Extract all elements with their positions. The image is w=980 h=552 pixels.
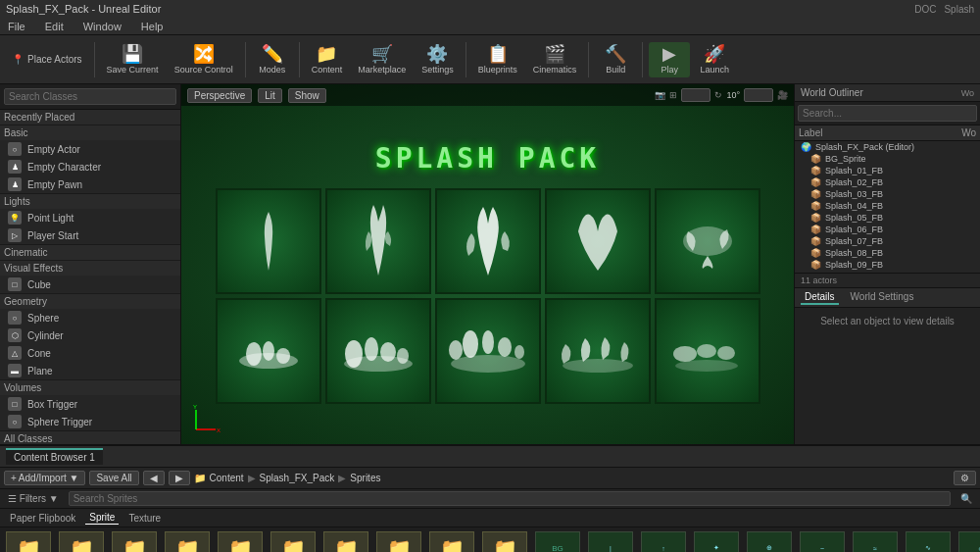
details-tab[interactable]: Details bbox=[801, 290, 839, 305]
folder-item-7[interactable]: 📁 bbox=[323, 531, 368, 552]
source-control-btn[interactable]: 🔀 Source Control bbox=[169, 42, 239, 77]
folder-item-5[interactable]: 📁 bbox=[218, 531, 263, 552]
svg-point-19 bbox=[697, 344, 716, 358]
asset-splash08[interactable]: ∞ Splash_08 bbox=[958, 531, 980, 552]
perspective-btn[interactable]: Perspective bbox=[187, 88, 252, 103]
asset-bg[interactable]: BG BG bbox=[535, 531, 580, 552]
world-settings-tab[interactable]: World Settings bbox=[847, 290, 918, 305]
blueprints-btn[interactable]: 📋 Blueprints bbox=[472, 42, 523, 77]
folder-item-1[interactable]: 📁 bbox=[6, 531, 51, 552]
breadcrumb-sep-1: ▶ bbox=[248, 473, 256, 483]
outliner-item-splash04[interactable]: 📦 Splash_04_FB bbox=[795, 200, 980, 212]
folder-item-9[interactable]: 📁 bbox=[429, 531, 474, 552]
actor-empty-character[interactable]: ♟ Empty Character bbox=[0, 158, 180, 176]
actor-cube[interactable]: □ Cube bbox=[0, 276, 180, 293]
lit-btn[interactable]: Lit bbox=[258, 88, 282, 103]
menu-file[interactable]: File bbox=[4, 20, 29, 33]
back-btn[interactable]: ◀ bbox=[143, 471, 165, 485]
content-browser-tab[interactable]: Content Browser 1 bbox=[6, 448, 103, 465]
outliner-item-splash08[interactable]: 📦 Splash_08_FB bbox=[795, 247, 980, 259]
asset-splash01-thumb: | bbox=[588, 531, 633, 552]
actor-cylinder[interactable]: ⬡ Cylinder bbox=[0, 326, 180, 344]
folder-item-4[interactable]: 📁 bbox=[165, 531, 210, 552]
launch-btn[interactable]: 🚀 Launch bbox=[694, 42, 735, 77]
filters-btn[interactable]: ☰ Filters ▼ bbox=[4, 492, 63, 505]
category-all-classes[interactable]: All Classes bbox=[0, 430, 180, 444]
search-btn[interactable]: 🔍 bbox=[956, 492, 976, 505]
folder-thumb-4: 📁 bbox=[165, 531, 210, 552]
marketplace-btn[interactable]: 🛒 Marketplace bbox=[352, 42, 412, 77]
asset-splash07[interactable]: ∿ Splash_07 bbox=[906, 531, 951, 552]
outliner-item-splash02[interactable]: 📦 Splash_02_FB bbox=[795, 176, 980, 188]
type-filter-sprite[interactable]: Sprite bbox=[85, 511, 119, 525]
category-visual-effects[interactable]: Visual Effects bbox=[0, 260, 180, 276]
actor-sphere-trigger[interactable]: ○ Sphere Trigger bbox=[0, 413, 180, 430]
type-filter-flipbook[interactable]: Paper Flipbook bbox=[6, 512, 79, 525]
show-btn[interactable]: Show bbox=[288, 88, 326, 103]
save-current-btn[interactable]: 💾 Save Current bbox=[101, 42, 165, 77]
actor-empty-actor[interactable]: ○ Empty Actor bbox=[0, 140, 180, 158]
folder-item-6[interactable]: 📁 bbox=[270, 531, 316, 552]
actor-box-trigger[interactable]: □ Box Trigger bbox=[0, 395, 180, 413]
scale-value-input[interactable]: 0.25 bbox=[744, 88, 773, 102]
settings-btn[interactable]: ⚙️ Settings bbox=[416, 42, 460, 77]
category-cinematic[interactable]: Cinematic bbox=[0, 244, 180, 260]
asset-splash06[interactable]: ≈ Splash_06 bbox=[853, 531, 898, 552]
folder-item-10[interactable]: 📁 bbox=[482, 531, 527, 552]
grid-value-input[interactable]: 10 bbox=[681, 88, 710, 102]
outliner-item-level[interactable]: 🌍 Splash_FX_Pack (Editor) bbox=[795, 141, 980, 153]
actor-player-start[interactable]: ▷ Player Start bbox=[0, 226, 180, 244]
asset-splash05[interactable]: ~ Splash_05 bbox=[800, 531, 845, 552]
actor-empty-pawn[interactable]: ♟ Empty Pawn bbox=[0, 176, 180, 193]
type-filter-texture[interactable]: Texture bbox=[124, 512, 165, 525]
play-btn[interactable]: ▶ Play bbox=[649, 42, 690, 77]
outliner-item-splash07[interactable]: 📦 Splash_07_FB bbox=[795, 235, 980, 247]
outliner-search-input[interactable] bbox=[798, 105, 977, 122]
add-import-btn[interactable]: + Add/Import ▼ bbox=[4, 471, 85, 485]
search-classes-input[interactable] bbox=[4, 88, 176, 105]
asset-splash04[interactable]: ⊕ Splash_04 bbox=[747, 531, 792, 552]
asset-splash06-thumb: ≈ bbox=[853, 531, 898, 552]
settings-icon: ⚙️ bbox=[426, 45, 448, 63]
outliner-item-splash09[interactable]: 📦 Splash_09_FB bbox=[795, 259, 980, 271]
actor-sphere[interactable]: ○ Sphere bbox=[0, 309, 180, 326]
outliner-item-bg-sprite[interactable]: 📦 BG_Sprite bbox=[795, 153, 980, 165]
outliner-item-splash01[interactable]: 📦 Splash_01_FB bbox=[795, 165, 980, 176]
save-all-btn[interactable]: Save All bbox=[89, 471, 138, 485]
category-lights[interactable]: Lights bbox=[0, 193, 180, 209]
asset-splash01[interactable]: | Splash_01 bbox=[588, 531, 633, 552]
cb-settings-btn[interactable]: ⚙ bbox=[954, 471, 976, 485]
menu-edit[interactable]: Edit bbox=[41, 20, 68, 33]
category-volumes[interactable]: Volumes bbox=[0, 379, 180, 395]
asset-splash02[interactable]: ↑ Splash_02 bbox=[641, 531, 686, 552]
menu-help[interactable]: Help bbox=[137, 20, 168, 33]
cb-search-input[interactable] bbox=[69, 491, 951, 506]
build-btn[interactable]: 🔨 Build bbox=[595, 42, 636, 77]
category-basic[interactable]: Basic bbox=[0, 125, 180, 140]
actor-cone[interactable]: △ Cone bbox=[0, 344, 180, 362]
player-start-icon: ▷ bbox=[8, 228, 22, 242]
cinematics-btn[interactable]: 🎬 Cinematics bbox=[527, 42, 583, 77]
modes-btn[interactable]: ✏️ Modes bbox=[252, 42, 293, 77]
actor-plane[interactable]: ▬ Plane bbox=[0, 362, 180, 379]
place-actors-btn[interactable]: 📍 Place Actors bbox=[6, 51, 88, 68]
asset-splash03[interactable]: ✦ Splash_03 bbox=[694, 531, 739, 552]
splash09-label: Splash_09_FB bbox=[825, 260, 883, 270]
breadcrumb-content[interactable]: Content bbox=[210, 473, 244, 483]
menu-window[interactable]: Window bbox=[79, 20, 125, 33]
folder-item-3[interactable]: 📁 bbox=[112, 531, 157, 552]
empty-character-label: Empty Character bbox=[27, 162, 101, 173]
sphere-icon: ○ bbox=[8, 311, 22, 325]
folder-item-2[interactable]: 📁 bbox=[59, 531, 104, 552]
folder-item-8[interactable]: 📁 bbox=[376, 531, 421, 552]
outliner-item-splash03[interactable]: 📦 Splash_03_FB bbox=[795, 188, 980, 200]
forward-btn[interactable]: ▶ bbox=[169, 471, 190, 485]
category-geometry[interactable]: Geometry bbox=[0, 293, 180, 309]
content-btn[interactable]: 📁 Content bbox=[306, 42, 349, 77]
actor-point-light[interactable]: 💡 Point Light bbox=[0, 209, 180, 226]
sprite-cell-8 bbox=[435, 298, 541, 404]
breadcrumb-splash-fx-pack[interactable]: Splash_FX_Pack bbox=[260, 473, 335, 483]
breadcrumb-sprites[interactable]: Sprites bbox=[350, 473, 380, 483]
outliner-item-splash06[interactable]: 📦 Splash_06_FB bbox=[795, 224, 980, 235]
outliner-item-splash05[interactable]: 📦 Splash_05_FB bbox=[795, 212, 980, 224]
